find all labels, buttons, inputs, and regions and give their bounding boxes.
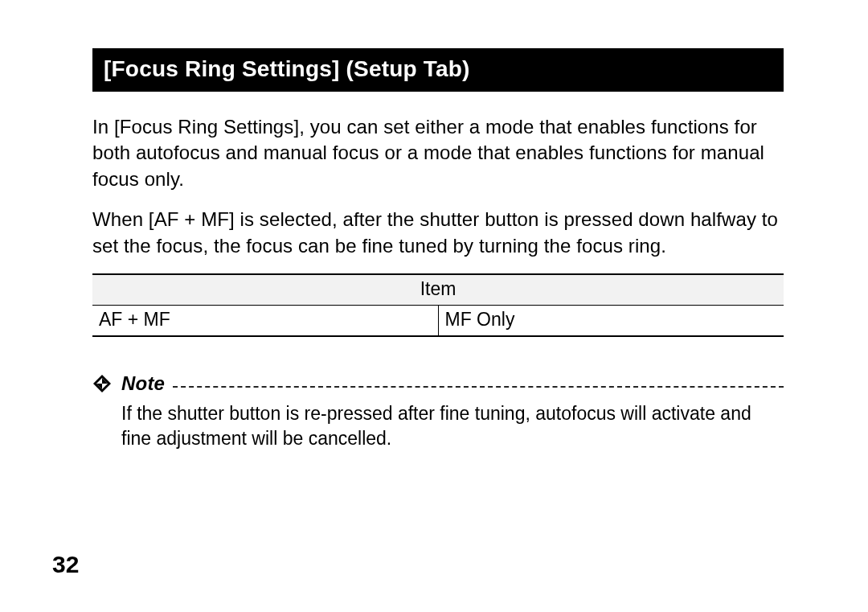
page-number: 32: [52, 551, 79, 578]
note-divider: [173, 386, 784, 388]
page-content: [Focus Ring Settings] (Setup Tab) In [Fo…: [0, 0, 868, 451]
note-label: Note: [121, 372, 165, 395]
intro-paragraph-1: In [Focus Ring Settings], you can set ei…: [92, 114, 784, 192]
note-icon: [92, 374, 112, 393]
table-row: AF + MF MF Only: [92, 305, 784, 336]
note-content: Note If the shutter button is re-pressed…: [121, 372, 784, 451]
table-cell-mf-only: MF Only: [438, 305, 784, 336]
note-header: Note: [121, 372, 784, 395]
table-cell-af-mf: AF + MF: [92, 305, 438, 336]
intro-paragraph-2: When [AF + MF] is selected, after the sh…: [92, 207, 784, 259]
settings-table: Item AF + MF MF Only: [92, 273, 784, 337]
note-block: Note If the shutter button is re-pressed…: [92, 372, 784, 451]
table-header-item: Item: [92, 274, 784, 306]
section-heading: [Focus Ring Settings] (Setup Tab): [92, 48, 784, 92]
note-text: If the shutter button is re-pressed afte…: [121, 401, 784, 451]
